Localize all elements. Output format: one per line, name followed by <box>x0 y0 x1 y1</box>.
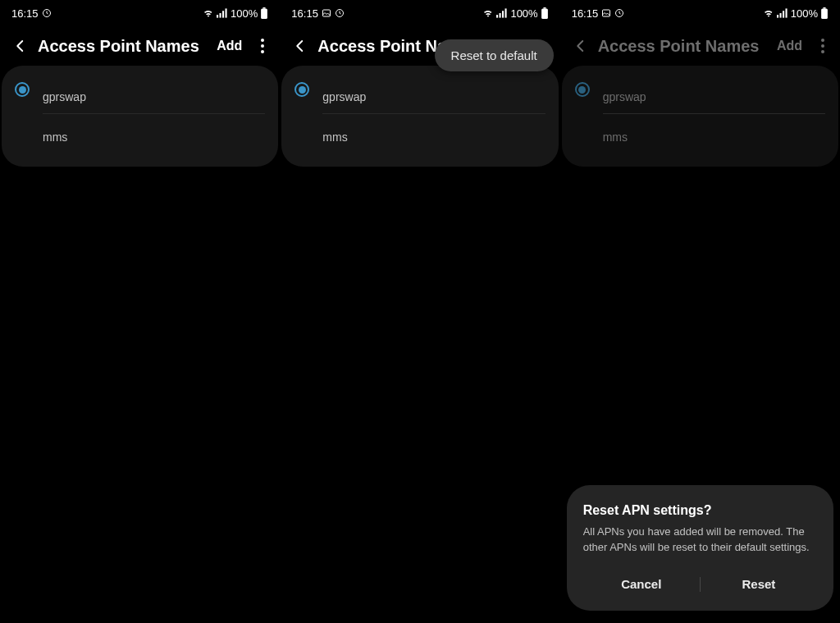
add-button: Add <box>777 39 802 53</box>
phone-screen-1: 16:15 100% Access Point Names Add <box>0 0 280 623</box>
back-button[interactable] <box>11 34 30 57</box>
apn-name: mms <box>43 121 265 152</box>
status-bar: 16:15 100% <box>560 0 840 26</box>
battery-icon <box>260 7 268 19</box>
signal-icon <box>496 8 508 18</box>
apn-item[interactable]: gprswap <box>294 74 545 114</box>
svg-rect-5 <box>263 7 266 9</box>
battery-icon <box>820 7 829 19</box>
apn-list-card: gprswap mms <box>281 66 558 167</box>
apn-list-card: gprswap mms <box>562 66 838 167</box>
dialog-title: Reset APN settings? <box>583 503 817 518</box>
apn-item[interactable]: mms <box>15 114 265 152</box>
clock-icon <box>335 8 345 18</box>
reset-button[interactable]: Reset <box>701 572 817 596</box>
apn-name: mms <box>603 121 825 152</box>
apn-list-card: gprswap mms <box>2 66 278 167</box>
back-button <box>572 34 590 57</box>
divider <box>322 113 545 114</box>
wifi-icon <box>482 8 494 18</box>
signal-icon <box>217 8 228 18</box>
phone-screen-3: 16:15 100% Access Point Names Add <box>560 0 840 623</box>
svg-rect-23 <box>785 8 787 17</box>
svg-rect-25 <box>821 9 828 19</box>
status-battery-text: 100% <box>510 7 537 20</box>
radio-selected-icon[interactable] <box>15 82 30 97</box>
radio-placeholder <box>575 122 590 137</box>
more-options-button <box>815 39 830 53</box>
clock-icon <box>42 8 52 18</box>
svg-rect-21 <box>779 13 781 18</box>
wifi-icon <box>763 8 774 18</box>
dialog-body: All APNs you have added will be removed.… <box>583 525 817 556</box>
apn-name: gprswap <box>603 80 825 112</box>
svg-point-7 <box>261 39 264 42</box>
svg-point-28 <box>821 50 824 53</box>
menu-item-reset-default[interactable]: Reset to default <box>451 48 537 62</box>
battery-icon <box>541 7 549 19</box>
header: Access Point Names Add <box>0 26 280 66</box>
more-options-button[interactable] <box>255 39 270 53</box>
status-time: 16:15 <box>291 7 318 20</box>
svg-rect-3 <box>222 11 224 17</box>
divider <box>43 113 265 114</box>
clock-icon <box>614 8 624 18</box>
page-title: Access Point Names <box>38 37 208 56</box>
svg-point-26 <box>821 39 824 42</box>
svg-rect-14 <box>502 11 504 17</box>
status-bar: 16:15 100% <box>280 0 559 26</box>
svg-rect-22 <box>783 11 784 17</box>
svg-point-8 <box>261 44 264 48</box>
status-time: 16:15 <box>11 7 39 20</box>
svg-rect-13 <box>500 13 501 18</box>
cancel-button[interactable]: Cancel <box>583 572 700 596</box>
svg-point-27 <box>821 44 824 48</box>
radio-selected-icon <box>575 82 590 97</box>
page-title: Access Point Names <box>598 37 769 56</box>
radio-selected-icon[interactable] <box>294 82 309 97</box>
apn-item[interactable]: mms <box>294 114 545 152</box>
confirm-dialog: Reset APN settings? All APNs you have ad… <box>567 485 833 611</box>
signal-icon <box>777 8 788 18</box>
add-button[interactable]: Add <box>217 39 242 53</box>
image-icon <box>601 8 611 18</box>
svg-rect-4 <box>226 8 227 17</box>
apn-item[interactable]: gprswap <box>15 74 265 114</box>
status-bar: 16:15 100% <box>0 0 280 26</box>
svg-rect-6 <box>261 9 267 19</box>
svg-point-9 <box>261 50 264 53</box>
svg-rect-2 <box>220 13 221 18</box>
dialog-actions: Cancel Reset <box>583 572 817 596</box>
radio-placeholder <box>15 122 30 137</box>
apn-name: mms <box>322 121 545 152</box>
radio-placeholder <box>294 122 309 137</box>
apn-name: gprswap <box>43 80 265 112</box>
image-icon <box>322 8 331 18</box>
back-button[interactable] <box>291 34 309 57</box>
svg-rect-24 <box>823 7 825 9</box>
svg-rect-1 <box>217 15 218 18</box>
svg-rect-12 <box>496 15 498 18</box>
apn-item: gprswap <box>575 74 825 114</box>
phone-screen-2: 16:15 100% Access Point Nam <box>280 0 559 623</box>
svg-rect-20 <box>777 15 778 18</box>
apn-name: gprswap <box>322 80 545 112</box>
svg-rect-16 <box>543 7 546 9</box>
svg-rect-17 <box>541 9 548 19</box>
svg-rect-15 <box>505 8 507 17</box>
wifi-icon <box>203 8 214 18</box>
status-time: 16:15 <box>572 7 599 20</box>
overflow-menu: Reset to default <box>435 39 554 71</box>
header: Access Point Names Add <box>560 26 840 66</box>
status-battery-text: 100% <box>231 7 258 20</box>
apn-item: mms <box>575 114 825 152</box>
status-battery-text: 100% <box>791 7 818 20</box>
divider <box>603 113 825 114</box>
